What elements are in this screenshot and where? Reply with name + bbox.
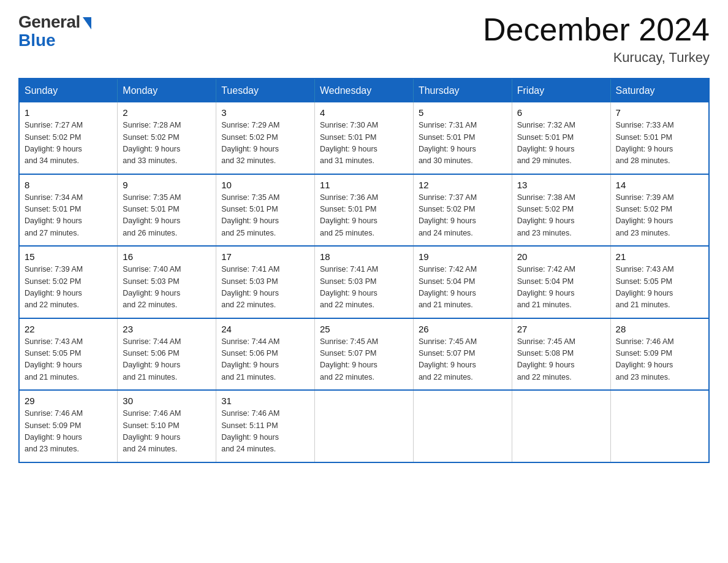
day-number: 2 xyxy=(123,107,211,118)
day-number: 19 xyxy=(419,251,507,262)
day-number: 4 xyxy=(320,107,408,118)
logo-blue-text: Blue xyxy=(18,31,56,50)
calendar-header: Sunday Monday Tuesday Wednesday Thursday… xyxy=(19,79,709,102)
calendar-cell: 18 Sunrise: 7:41 AM Sunset: 5:03 PM Dayl… xyxy=(315,246,414,318)
day-info: Sunrise: 7:30 AM Sunset: 5:01 PM Dayligh… xyxy=(320,120,408,167)
day-info: Sunrise: 7:46 AM Sunset: 5:09 PM Dayligh… xyxy=(616,336,703,384)
day-info: Sunrise: 7:46 AM Sunset: 5:09 PM Dayligh… xyxy=(25,408,112,456)
day-info: Sunrise: 7:27 AM Sunset: 5:02 PM Dayligh… xyxy=(25,120,112,167)
day-info: Sunrise: 7:35 AM Sunset: 5:01 PM Dayligh… xyxy=(221,192,309,240)
day-number: 21 xyxy=(616,251,703,262)
day-number: 10 xyxy=(221,180,309,190)
day-info: Sunrise: 7:40 AM Sunset: 5:03 PM Dayligh… xyxy=(123,264,211,312)
logo-general-text: General xyxy=(18,12,80,32)
calendar-cell: 28 Sunrise: 7:46 AM Sunset: 5:09 PM Dayl… xyxy=(610,318,709,391)
title-block: December 2024 Kurucay, Turkey xyxy=(483,12,710,66)
calendar-table: Sunday Monday Tuesday Wednesday Thursday… xyxy=(18,78,710,463)
day-number: 5 xyxy=(419,107,507,118)
day-number: 7 xyxy=(616,107,703,118)
header-saturday: Saturday xyxy=(610,79,709,102)
day-number: 15 xyxy=(25,251,112,262)
calendar-cell: 15 Sunrise: 7:39 AM Sunset: 5:02 PM Dayl… xyxy=(19,246,118,318)
calendar-cell: 9 Sunrise: 7:35 AM Sunset: 5:01 PM Dayli… xyxy=(118,174,216,247)
calendar-cell: 4 Sunrise: 7:30 AM Sunset: 5:01 PM Dayli… xyxy=(315,102,414,174)
day-info: Sunrise: 7:42 AM Sunset: 5:04 PM Dayligh… xyxy=(419,264,507,312)
day-number: 6 xyxy=(517,107,605,118)
day-number: 25 xyxy=(320,324,408,334)
day-info: Sunrise: 7:42 AM Sunset: 5:04 PM Dayligh… xyxy=(517,264,605,312)
day-number: 17 xyxy=(221,251,309,262)
day-info: Sunrise: 7:32 AM Sunset: 5:01 PM Dayligh… xyxy=(517,120,605,167)
calendar-cell: 19 Sunrise: 7:42 AM Sunset: 5:04 PM Dayl… xyxy=(413,246,512,318)
day-number: 30 xyxy=(123,396,211,406)
day-info: Sunrise: 7:41 AM Sunset: 5:03 PM Dayligh… xyxy=(320,264,408,312)
calendar-week-3: 15 Sunrise: 7:39 AM Sunset: 5:02 PM Dayl… xyxy=(19,246,709,318)
header-tuesday: Tuesday xyxy=(216,79,315,102)
day-info: Sunrise: 7:43 AM Sunset: 5:05 PM Dayligh… xyxy=(25,336,112,384)
day-info: Sunrise: 7:46 AM Sunset: 5:11 PM Dayligh… xyxy=(221,408,309,456)
header-friday: Friday xyxy=(512,79,610,102)
calendar-cell: 13 Sunrise: 7:38 AM Sunset: 5:02 PM Dayl… xyxy=(512,174,610,247)
day-info: Sunrise: 7:36 AM Sunset: 5:01 PM Dayligh… xyxy=(320,192,408,240)
calendar-cell xyxy=(512,390,610,462)
day-number: 11 xyxy=(320,180,408,190)
day-info: Sunrise: 7:38 AM Sunset: 5:02 PM Dayligh… xyxy=(517,192,605,240)
calendar-cell: 25 Sunrise: 7:45 AM Sunset: 5:07 PM Dayl… xyxy=(315,318,414,391)
day-number: 12 xyxy=(419,180,507,190)
calendar-cell: 24 Sunrise: 7:44 AM Sunset: 5:06 PM Dayl… xyxy=(216,318,315,391)
day-number: 3 xyxy=(221,107,309,118)
calendar-cell: 11 Sunrise: 7:36 AM Sunset: 5:01 PM Dayl… xyxy=(315,174,414,247)
day-info: Sunrise: 7:31 AM Sunset: 5:01 PM Dayligh… xyxy=(419,120,507,167)
calendar-cell: 31 Sunrise: 7:46 AM Sunset: 5:11 PM Dayl… xyxy=(216,390,315,462)
month-title: December 2024 xyxy=(483,12,710,47)
day-number: 18 xyxy=(320,251,408,262)
calendar-cell: 27 Sunrise: 7:45 AM Sunset: 5:08 PM Dayl… xyxy=(512,318,610,391)
calendar-cell: 6 Sunrise: 7:32 AM Sunset: 5:01 PM Dayli… xyxy=(512,102,610,174)
day-info: Sunrise: 7:44 AM Sunset: 5:06 PM Dayligh… xyxy=(123,336,211,384)
header-wednesday: Wednesday xyxy=(315,79,414,102)
calendar-week-4: 22 Sunrise: 7:43 AM Sunset: 5:05 PM Dayl… xyxy=(19,318,709,391)
day-info: Sunrise: 7:33 AM Sunset: 5:01 PM Dayligh… xyxy=(616,120,703,167)
day-info: Sunrise: 7:45 AM Sunset: 5:07 PM Dayligh… xyxy=(419,336,507,384)
day-number: 20 xyxy=(517,251,605,262)
calendar-week-2: 8 Sunrise: 7:34 AM Sunset: 5:01 PM Dayli… xyxy=(19,174,709,247)
logo-triangle-icon xyxy=(83,17,91,29)
day-info: Sunrise: 7:29 AM Sunset: 5:02 PM Dayligh… xyxy=(221,120,309,167)
day-number: 8 xyxy=(25,180,112,190)
day-number: 27 xyxy=(517,324,605,334)
calendar-cell: 22 Sunrise: 7:43 AM Sunset: 5:05 PM Dayl… xyxy=(19,318,118,391)
calendar-cell: 7 Sunrise: 7:33 AM Sunset: 5:01 PM Dayli… xyxy=(610,102,709,174)
day-info: Sunrise: 7:43 AM Sunset: 5:05 PM Dayligh… xyxy=(616,264,703,312)
day-info: Sunrise: 7:41 AM Sunset: 5:03 PM Dayligh… xyxy=(221,264,309,312)
day-info: Sunrise: 7:45 AM Sunset: 5:08 PM Dayligh… xyxy=(517,336,605,384)
header-sunday: Sunday xyxy=(19,79,118,102)
day-number: 26 xyxy=(419,324,507,334)
day-number: 29 xyxy=(25,396,112,406)
day-number: 28 xyxy=(616,324,703,334)
calendar-cell: 8 Sunrise: 7:34 AM Sunset: 5:01 PM Dayli… xyxy=(19,174,118,247)
calendar-cell: 30 Sunrise: 7:46 AM Sunset: 5:10 PM Dayl… xyxy=(118,390,216,462)
calendar-cell: 1 Sunrise: 7:27 AM Sunset: 5:02 PM Dayli… xyxy=(19,102,118,174)
day-number: 1 xyxy=(25,107,112,118)
day-info: Sunrise: 7:39 AM Sunset: 5:02 PM Dayligh… xyxy=(616,192,703,240)
day-info: Sunrise: 7:46 AM Sunset: 5:10 PM Dayligh… xyxy=(123,408,211,456)
calendar-cell: 16 Sunrise: 7:40 AM Sunset: 5:03 PM Dayl… xyxy=(118,246,216,318)
day-info: Sunrise: 7:34 AM Sunset: 5:01 PM Dayligh… xyxy=(25,192,112,240)
calendar-cell: 26 Sunrise: 7:45 AM Sunset: 5:07 PM Dayl… xyxy=(413,318,512,391)
calendar-body: 1 Sunrise: 7:27 AM Sunset: 5:02 PM Dayli… xyxy=(19,102,709,462)
day-number: 22 xyxy=(25,324,112,334)
header-thursday: Thursday xyxy=(413,79,512,102)
calendar-cell xyxy=(315,390,414,462)
day-number: 14 xyxy=(616,180,703,190)
calendar-cell xyxy=(610,390,709,462)
day-info: Sunrise: 7:45 AM Sunset: 5:07 PM Dayligh… xyxy=(320,336,408,384)
calendar-cell: 10 Sunrise: 7:35 AM Sunset: 5:01 PM Dayl… xyxy=(216,174,315,247)
day-number: 24 xyxy=(221,324,309,334)
calendar-cell xyxy=(413,390,512,462)
day-number: 13 xyxy=(517,180,605,190)
calendar-cell: 29 Sunrise: 7:46 AM Sunset: 5:09 PM Dayl… xyxy=(19,390,118,462)
location: Kurucay, Turkey xyxy=(483,50,710,66)
calendar-cell: 2 Sunrise: 7:28 AM Sunset: 5:02 PM Dayli… xyxy=(118,102,216,174)
day-number: 9 xyxy=(123,180,211,190)
calendar-cell: 17 Sunrise: 7:41 AM Sunset: 5:03 PM Dayl… xyxy=(216,246,315,318)
